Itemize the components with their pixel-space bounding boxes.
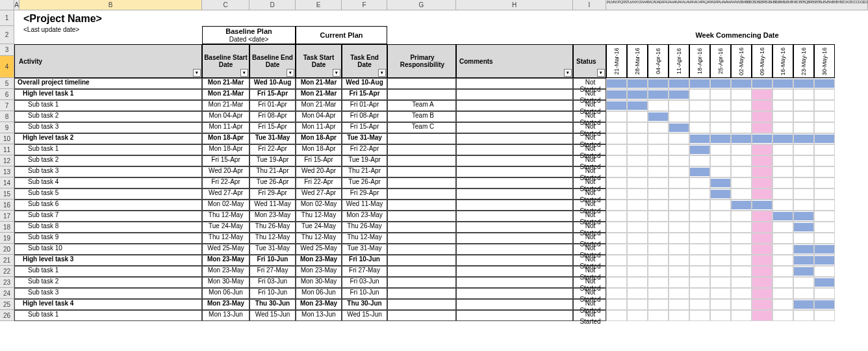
responsibility-cell[interactable]: [387, 299, 456, 310]
gantt-cell[interactable]: [772, 222, 793, 233]
gantt-cell[interactable]: [606, 177, 627, 188]
row-header[interactable]: 22: [0, 266, 14, 277]
comments-cell[interactable]: [456, 100, 573, 111]
date-cell[interactable]: Fri 22-Apr: [249, 144, 296, 155]
gantt-cell[interactable]: [793, 200, 814, 211]
gantt-cell[interactable]: [752, 78, 772, 89]
gantt-cell[interactable]: [689, 310, 710, 321]
status-cell[interactable]: Not Started: [573, 89, 606, 100]
gantt-cell[interactable]: [627, 255, 648, 266]
date-cell[interactable]: Fri 15-Apr: [249, 89, 296, 100]
gantt-cell[interactable]: [793, 266, 814, 277]
status-cell[interactable]: Not Started: [573, 299, 606, 310]
gantt-cell[interactable]: [814, 144, 835, 155]
date-cell[interactable]: Mon 04-Apr: [202, 111, 249, 122]
row-header[interactable]: 18: [0, 222, 14, 233]
gantt-cell[interactable]: [814, 244, 835, 255]
gantt-cell[interactable]: [689, 89, 710, 100]
gantt-cell[interactable]: [648, 100, 669, 111]
date-cell[interactable]: Wed 10-Aug: [249, 78, 296, 89]
date-cell[interactable]: Wed 20-Apr: [202, 166, 249, 177]
comments-cell[interactable]: [456, 211, 573, 222]
gantt-cell[interactable]: [689, 255, 710, 266]
gantt-cell[interactable]: [606, 122, 627, 133]
date-cell[interactable]: Mon 23-May: [342, 211, 387, 222]
date-cell[interactable]: Mon 30-May: [202, 277, 249, 288]
week-header[interactable]: 16-May-16: [772, 44, 793, 78]
date-cell[interactable]: Fri 27-May: [342, 266, 387, 277]
comments-cell[interactable]: [456, 299, 573, 310]
gantt-cell[interactable]: [814, 89, 835, 100]
gantt-cell[interactable]: [606, 200, 627, 211]
date-cell[interactable]: Fri 08-Apr: [342, 111, 387, 122]
gantt-cell[interactable]: [606, 166, 627, 177]
week-header[interactable]: 25-Apr-16: [710, 44, 731, 78]
gantt-cell[interactable]: [689, 100, 710, 111]
col-header-tiny[interactable]: JKLMNOPQRSTUVWXYZAAABACADAEAFAGAHAIAJAKA…: [606, 0, 868, 10]
comments-cell[interactable]: [456, 288, 573, 299]
activity-cell[interactable]: Sub task 1: [14, 266, 202, 277]
date-cell[interactable]: Thu 12-May: [296, 211, 342, 222]
gantt-cell[interactable]: [648, 211, 669, 222]
date-cell[interactable]: Fri 22-Apr: [296, 177, 342, 188]
gantt-cell[interactable]: [731, 299, 752, 310]
date-cell[interactable]: Fri 10-Jun: [249, 255, 296, 266]
gantt-cell[interactable]: [689, 177, 710, 188]
gantt-cell[interactable]: [793, 155, 814, 166]
week-header[interactable]: 04-Apr-16: [648, 44, 669, 78]
gantt-cell[interactable]: [669, 78, 689, 89]
week-header[interactable]: 02-May-16: [731, 44, 752, 78]
gantt-cell[interactable]: [669, 166, 689, 177]
gantt-cell[interactable]: [606, 211, 627, 222]
gantt-cell[interactable]: [814, 111, 835, 122]
comments-cell[interactable]: [456, 133, 573, 144]
week-header[interactable]: 21-Mar-16: [606, 44, 627, 78]
gantt-cell[interactable]: [731, 155, 752, 166]
gantt-cell[interactable]: [669, 266, 689, 277]
status-cell[interactable]: Not Started: [573, 188, 606, 200]
date-cell[interactable]: Tue 24-May: [296, 222, 342, 233]
gantt-cell[interactable]: [752, 310, 772, 321]
date-cell[interactable]: Tue 31-May: [249, 133, 296, 144]
gantt-cell[interactable]: [814, 100, 835, 111]
gantt-cell[interactable]: [731, 277, 752, 288]
gantt-cell[interactable]: [752, 200, 772, 211]
status-cell[interactable]: Not Started: [573, 144, 606, 155]
responsibility-cell[interactable]: [387, 200, 456, 211]
responsibility-cell[interactable]: [387, 144, 456, 155]
gantt-cell[interactable]: [731, 244, 752, 255]
comments-cell[interactable]: [456, 200, 573, 211]
gantt-cell[interactable]: [710, 100, 731, 111]
date-cell[interactable]: Thu 21-Apr: [249, 166, 296, 177]
date-cell[interactable]: Fri 01-Apr: [342, 100, 387, 111]
gantt-cell[interactable]: [689, 244, 710, 255]
gantt-cell[interactable]: [710, 111, 731, 122]
gantt-cell[interactable]: [627, 155, 648, 166]
gantt-cell[interactable]: [606, 288, 627, 299]
gantt-cell[interactable]: [669, 89, 689, 100]
comments-cell[interactable]: [456, 244, 573, 255]
date-cell[interactable]: Wed 11-May: [249, 200, 296, 211]
date-cell[interactable]: Fri 03-Jun: [342, 277, 387, 288]
gantt-cell[interactable]: [793, 233, 814, 244]
header-baseline-start[interactable]: Baseline Start Date▾: [202, 44, 249, 78]
gantt-cell[interactable]: [752, 299, 772, 310]
header-baseline-end[interactable]: Baseline End Date▾: [249, 44, 296, 78]
week-header[interactable]: 11-Apr-16: [669, 44, 689, 78]
gantt-cell[interactable]: [627, 188, 648, 200]
gantt-cell[interactable]: [772, 111, 793, 122]
header-task-end[interactable]: Task End Date▾: [342, 44, 387, 78]
gantt-cell[interactable]: [752, 177, 772, 188]
gantt-cell[interactable]: [793, 222, 814, 233]
gantt-cell[interactable]: [689, 155, 710, 166]
date-cell[interactable]: Mon 21-Mar: [296, 100, 342, 111]
gantt-cell[interactable]: [814, 78, 835, 89]
gantt-cell[interactable]: [669, 144, 689, 155]
comments-cell[interactable]: [456, 166, 573, 177]
date-cell[interactable]: Fri 22-Apr: [202, 177, 249, 188]
header-status[interactable]: Status▾: [573, 44, 606, 78]
date-cell[interactable]: Mon 23-May: [296, 299, 342, 310]
date-cell[interactable]: Thu 12-May: [296, 233, 342, 244]
gantt-cell[interactable]: [648, 144, 669, 155]
gantt-cell[interactable]: [710, 133, 731, 144]
